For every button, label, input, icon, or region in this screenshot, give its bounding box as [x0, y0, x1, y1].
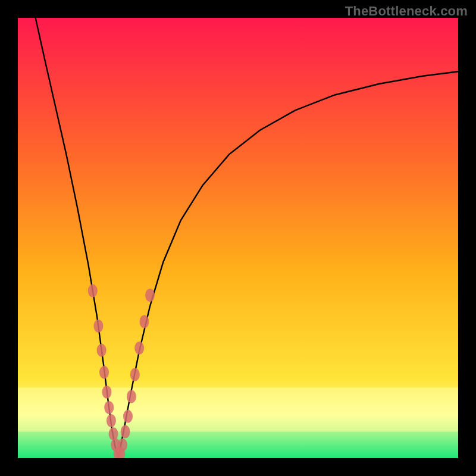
pale-band: [18, 388, 458, 432]
curve-marker: [130, 368, 140, 381]
curve-marker: [107, 414, 116, 427]
bottleneck-chart: [18, 18, 458, 458]
curve-marker: [118, 439, 127, 452]
curve-marker: [134, 342, 144, 355]
curve-marker: [127, 390, 136, 403]
curve-marker: [97, 344, 107, 357]
curve-marker: [123, 410, 133, 423]
curve-marker: [104, 401, 114, 414]
outer-frame: TheBottleneck.com: [0, 0, 476, 476]
curve-marker: [93, 320, 103, 333]
watermark-text: TheBottleneck.com: [345, 4, 468, 19]
curve-marker: [102, 386, 112, 399]
curve-marker: [99, 366, 109, 379]
curve-marker: [121, 425, 130, 439]
curve-marker: [109, 427, 118, 440]
curve-marker: [88, 284, 98, 298]
curve-marker: [145, 289, 155, 302]
curve-marker: [139, 315, 149, 328]
plot-area: [18, 18, 458, 458]
